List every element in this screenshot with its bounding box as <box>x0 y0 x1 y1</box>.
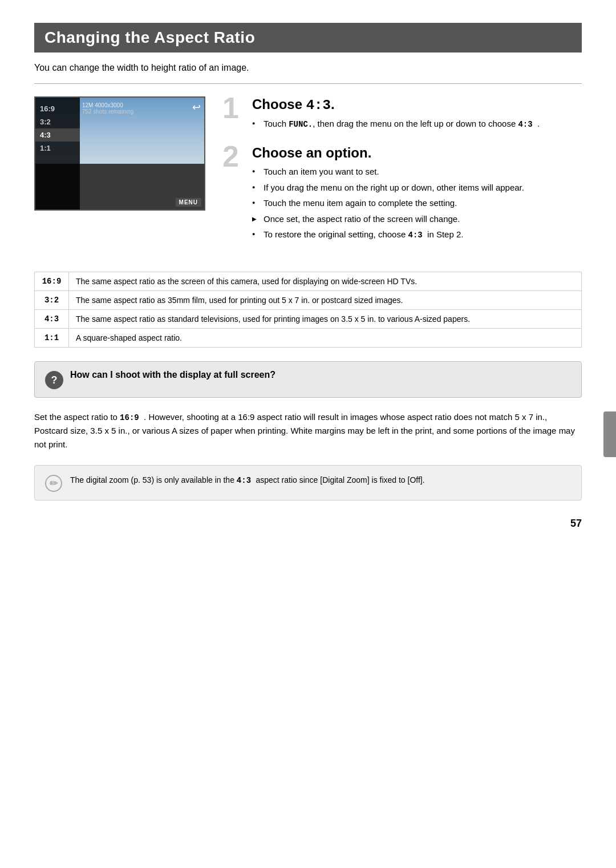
step-2-content: Choose an option. Touch an item you want… <box>252 145 582 244</box>
camera-menu-button: MENU <box>176 198 201 207</box>
restore-ratio-label: 4:3 <box>408 231 427 240</box>
steps-area: 1 Choose 4:3. Touch FUNC., then drag the… <box>222 96 582 256</box>
page-title: Changing the Aspect Ratio <box>44 29 572 47</box>
table-row-1-1: 1:1 A square-shaped aspect ratio. <box>35 329 582 348</box>
shots-remaining-text: 752 shots remaining <box>82 108 133 115</box>
step-2-number: 2 <box>222 142 244 171</box>
aspect-ratio-table: 16:9 The same aspect ratio as the screen… <box>34 272 582 348</box>
step-2-bullet-5: To restore the original setting, choose … <box>252 228 582 241</box>
desc-cell-16-9: The same aspect ratio as the screen of t… <box>69 272 582 291</box>
page-title-bar: Changing the Aspect Ratio <box>34 23 582 53</box>
camera-info-panel: 12M 4000x3000 752 shots remaining <box>82 102 133 115</box>
main-content-area: 16:9 3:2 4:3 1:1 12M 4000x3000 752 shots… <box>34 96 582 256</box>
desc-cell-1-1: A square-shaped aspect ratio. <box>69 329 582 348</box>
qa-question: How can I shoot with the display at full… <box>70 370 275 380</box>
camera-back-arrow-icon: ↩ <box>192 101 201 114</box>
page-subtitle: You can change the width to height ratio… <box>34 63 582 73</box>
step-1-bullet-1: Touch FUNC., then drag the menu on the l… <box>252 118 582 131</box>
step-1-block: 1 Choose 4:3. Touch FUNC., then drag the… <box>222 96 582 134</box>
step-2-heading: Choose an option. <box>252 145 582 161</box>
fullscreen-ratio-label: 16:9 <box>120 413 144 422</box>
menu-item-16-9: 16:9 <box>35 102 80 115</box>
step-2-bullets: Touch an item you want to set. If you dr… <box>252 165 582 241</box>
desc-cell-4-3: The same aspect ratio as standard televi… <box>69 310 582 329</box>
step-1-content: Choose 4:3. Touch FUNC., then drag the m… <box>252 96 582 134</box>
ratio-cell-4-3: 4:3 <box>35 310 69 329</box>
step-2-bullet-4: Once set, the aspect ratio of the screen… <box>252 213 582 226</box>
camera-screenshot: 16:9 3:2 4:3 1:1 12M 4000x3000 752 shots… <box>34 96 205 211</box>
func-label: FUNC. <box>289 120 313 129</box>
table-row-16-9: 16:9 The same aspect ratio as the screen… <box>35 272 582 291</box>
ratio-cell-16-9: 16:9 <box>35 272 69 291</box>
question-icon: ? <box>45 371 63 389</box>
ratio-cell-1-1: 1:1 <box>35 329 69 348</box>
table-row-4-3: 4:3 The same aspect ratio as standard te… <box>35 310 582 329</box>
note-ratio-label: 4:3 <box>237 476 256 485</box>
step-2-bullet-1: Touch an item you want to set. <box>252 165 582 179</box>
ratio-cell-3-2: 3:2 <box>35 291 69 310</box>
menu-item-1-1: 1:1 <box>35 142 80 155</box>
note-box: ✏ The digital zoom (p. 53) is only avail… <box>34 465 582 500</box>
step-1-bullets: Touch FUNC., then drag the menu on the l… <box>252 118 582 131</box>
fullscreen-paragraph: Set the aspect ratio to 16:9 . However, … <box>34 410 582 451</box>
menu-item-3-2: 3:2 <box>35 115 80 128</box>
table-row-3-2: 3:2 The same aspect ratio as 35mm film, … <box>35 291 582 310</box>
step-2-block: 2 Choose an option. Touch an item you wa… <box>222 145 582 244</box>
page-number: 57 <box>34 518 582 530</box>
menu-item-4-3-selected: 4:3 <box>35 128 80 142</box>
choose-ratio-label: 4:3 <box>518 120 537 129</box>
step-1-ratio: 4:3 <box>306 98 331 113</box>
resolution-text: 12M 4000x3000 <box>82 102 133 108</box>
note-pencil-icon: ✏ <box>45 475 62 492</box>
step-2-bullet-2: If you drag the menu on the right up or … <box>252 181 582 195</box>
side-tab <box>603 411 616 457</box>
step-1-number: 1 <box>222 93 244 123</box>
separator <box>34 83 582 84</box>
step-1-heading: Choose 4:3. <box>252 96 582 113</box>
desc-cell-3-2: The same aspect ratio as 35mm film, used… <box>69 291 582 310</box>
qa-box: ? How can I shoot with the display at fu… <box>34 361 582 398</box>
note-text: The digital zoom (p. 53) is only availab… <box>70 474 425 487</box>
step-2-bullet-3: Touch the menu item again to complete th… <box>252 197 582 210</box>
camera-menu-overlay: 16:9 3:2 4:3 1:1 <box>35 98 80 209</box>
